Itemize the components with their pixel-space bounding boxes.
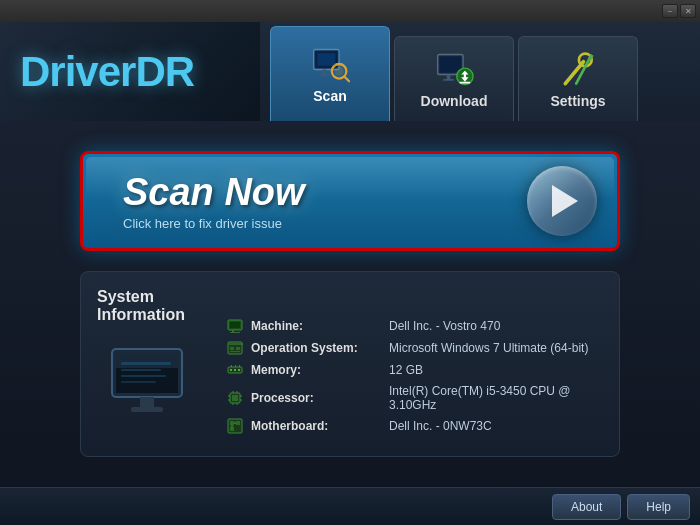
svg-rect-59 [230,427,234,431]
content-area: Scan Now Click here to fix driver issue … [0,121,700,487]
sysinfo-left: System Information [97,288,207,440]
sysinfo-row-motherboard: Motherboard: Dell Inc. - 0NW73C [227,418,603,434]
processor-label: Processor: [251,391,381,405]
svg-line-6 [345,77,350,82]
processor-value: Intel(R) Core(TM) i5-3450 CPU @ 3.10GHz [389,384,603,412]
svg-rect-36 [230,347,234,350]
svg-rect-33 [230,332,240,333]
svg-rect-27 [121,381,156,383]
machine-label: Machine: [251,319,381,333]
svg-rect-7 [317,53,335,66]
nav-tabs: Scan [260,22,700,121]
svg-rect-47 [232,395,238,401]
svg-rect-37 [236,347,240,350]
minimize-button[interactable]: − [662,4,678,18]
download-tab-icon [434,49,474,89]
sysinfo-header: System Information [97,288,207,324]
svg-rect-44 [235,365,236,367]
scan-tab-icon [310,44,350,84]
tab-settings[interactable]: Settings [518,36,638,121]
svg-rect-35 [229,343,243,345]
svg-rect-23 [116,353,178,368]
scan-now-button[interactable]: Scan Now Click here to fix driver issue [80,151,620,251]
footer: About Help [0,487,700,525]
scan-arrow-button[interactable] [527,166,597,236]
os-icon [227,340,243,356]
help-button[interactable]: Help [627,494,690,520]
sysinfo-right: Machine: Dell Inc. - Vostro 470 Operatio… [227,288,603,440]
settings-tab-label: Settings [550,93,605,109]
svg-rect-31 [230,322,240,328]
motherboard-label: Motherboard: [251,419,381,433]
svg-rect-10 [447,75,451,80]
sysinfo-row-processor: Processor: Intel(R) Core(TM) i5-3450 CPU… [227,384,603,412]
scan-tab-label: Scan [313,88,346,104]
motherboard-value: Dell Inc. - 0NW73C [389,419,492,433]
svg-rect-57 [230,421,234,425]
settings-tab-icon [558,49,598,89]
settings-icon [558,49,598,89]
svg-rect-42 [238,369,240,371]
header: DriverDR [0,22,700,121]
scan-icon [310,44,350,84]
machine-icon [227,318,243,334]
svg-rect-32 [232,330,234,332]
svg-rect-29 [131,407,163,412]
scan-now-subtitle: Click here to fix driver issue [123,216,305,231]
svg-point-5 [335,67,344,76]
svg-rect-28 [140,397,154,407]
tab-scan[interactable]: Scan [270,26,390,121]
tab-download[interactable]: Download [394,36,514,121]
os-label: Operation System: [251,341,381,355]
computer-monitor-icon [107,344,197,419]
arrow-triangle-icon [552,185,578,217]
memory-label: Memory: [251,363,381,377]
sysinfo-row-machine: Machine: Dell Inc. - Vostro 470 [227,318,603,334]
svg-rect-3 [319,74,330,76]
svg-rect-11 [443,79,454,81]
processor-icon [227,390,243,406]
app-logo: DriverDR [20,48,194,96]
svg-rect-26 [121,375,166,377]
download-tab-label: Download [421,93,488,109]
svg-rect-43 [231,365,232,367]
close-button[interactable]: ✕ [680,4,696,18]
about-button[interactable]: About [552,494,621,520]
system-info-panel: System Information [80,271,620,457]
svg-rect-41 [234,369,236,371]
scan-now-title: Scan Now [123,171,305,214]
svg-rect-9 [439,56,461,72]
download-icon [434,49,474,89]
logo-area: DriverDR [0,22,260,121]
svg-rect-40 [230,369,232,371]
memory-icon [227,362,243,378]
svg-rect-24 [121,362,171,365]
machine-value: Dell Inc. - Vostro 470 [389,319,500,333]
os-value: Microsoft Windows 7 Ultimate (64-bit) [389,341,588,355]
svg-rect-38 [230,351,240,352]
scan-btn-text: Scan Now Click here to fix driver issue [123,171,305,231]
memory-value: 12 GB [389,363,423,377]
motherboard-icon [227,418,243,434]
svg-rect-2 [323,70,327,75]
svg-rect-58 [236,421,240,425]
svg-rect-25 [121,369,161,371]
main-container: DriverDR [0,22,700,525]
sysinfo-row-os: Operation System: Microsoft Windows 7 Ul… [227,340,603,356]
title-bar: − ✕ [0,0,700,22]
sysinfo-row-memory: Memory: 12 GB [227,362,603,378]
svg-rect-45 [239,365,240,367]
